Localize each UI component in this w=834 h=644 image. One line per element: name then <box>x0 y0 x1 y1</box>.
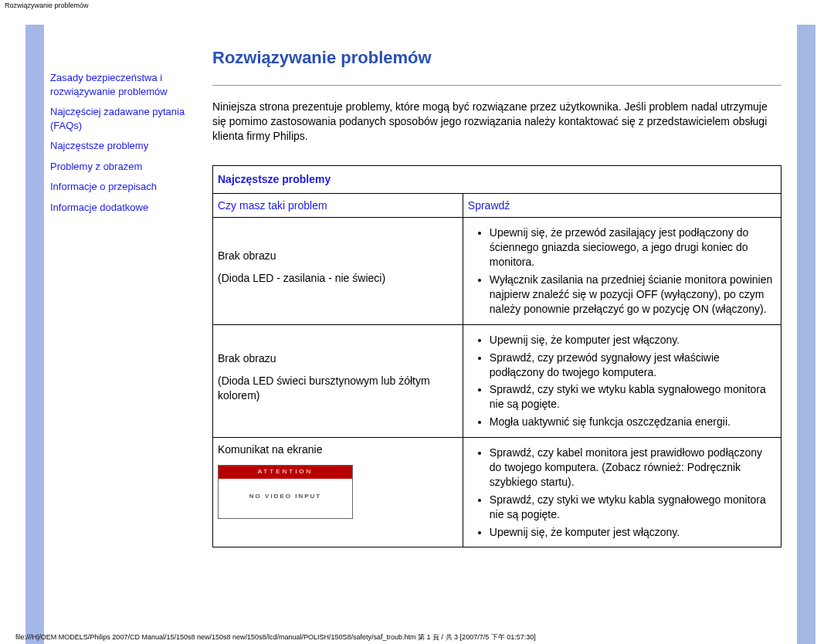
check-item: Sprawdź, czy przewód sygnałowy jest właś… <box>490 351 776 380</box>
check-item: Upewnij się, że komputer jest włączony. <box>490 333 776 347</box>
content-area: Zasady bezpieczeństwa i rozwiązywanie pr… <box>44 25 797 547</box>
check-item: Sprawdź, czy styki we wtyku kabla sygnał… <box>490 493 776 522</box>
check-item: Sprawdź, czy styki we wtyku kabla sygnał… <box>490 382 776 412</box>
table-section-row: Najczęstsze problemy <box>213 165 781 193</box>
check-item: Sprawdź, czy kabel monitora jest prawidł… <box>490 446 776 490</box>
page-title: Rozwiązywanie problemów <box>212 48 781 68</box>
problem-line: Brak obrazu <box>218 351 458 366</box>
check-cell: Sprawdź, czy kabel monitora jest prawidł… <box>463 438 781 547</box>
table-section-heading: Najczęstsze problemy <box>213 165 781 193</box>
attention-header: ATTENTION <box>219 466 352 479</box>
check-cell: Upewnij się, że komputer jest włączony. … <box>463 324 781 437</box>
table-col-check: Sprawdź <box>463 193 781 218</box>
footer-file-path: file:///H|/OEM MODELS/Philips 2007/CD Ma… <box>15 632 536 642</box>
attention-body: NO VIDEO INPUT <box>219 479 352 518</box>
check-cell: Upewnij się, że przewód zasilający jest … <box>463 218 781 324</box>
problem-no-image-led-amber: Brak obrazu (Dioda LED świeci bursztynow… <box>213 324 463 437</box>
left-accent-bar <box>25 25 44 644</box>
table-header-row: Czy masz taki problem Sprawdź <box>213 193 781 218</box>
table-col-problem: Czy masz taki problem <box>213 193 463 218</box>
sidebar-item-additional-info[interactable]: Informacje dodatkowe <box>50 201 198 215</box>
sidebar-item-common-problems[interactable]: Najczęstsze problemy <box>50 139 198 153</box>
problem-line: Komunikat na ekranie <box>218 442 458 457</box>
check-list: Upewnij się, że przewód zasilający jest … <box>490 225 776 316</box>
intro-paragraph: Niniejsza strona prezentuje problemy, kt… <box>212 100 781 144</box>
problem-line: (Dioda LED - zasilania - nie świeci) <box>218 271 458 286</box>
problem-line: (Dioda LED świeci bursztynowym lub żółty… <box>218 374 458 403</box>
sidebar-item-faqs[interactable]: Najczęściej zadawane pytania (FAQs) <box>50 105 198 132</box>
table-row: Komunikat na ekranie ATTENTION NO VIDEO … <box>213 438 781 547</box>
title-separator <box>212 85 781 86</box>
problem-line: Brak obrazu <box>218 249 458 263</box>
check-item: Upewnij się, że komputer jest włączony. <box>490 525 776 540</box>
attention-message-box: ATTENTION NO VIDEO INPUT <box>218 465 353 519</box>
main-content: Rozwiązywanie problemów Niniejsza strona… <box>212 25 797 547</box>
sidebar-item-image-problems[interactable]: Problemy z obrazem <box>50 160 198 174</box>
sidebar-item-regulations[interactable]: Informacje o przepisach <box>50 180 198 194</box>
right-accent-bar <box>797 25 815 644</box>
check-item: Wyłącznik zasilania na przedniej ścianie… <box>490 273 776 317</box>
check-list: Sprawdź, czy kabel monitora jest prawidł… <box>490 446 776 539</box>
check-item: Mogła uaktywnić się funkcja oszczędzania… <box>490 415 776 429</box>
page-path: Rozwiązywanie problemów <box>0 0 834 11</box>
table-row: Brak obrazu (Dioda LED - zasilania - nie… <box>213 218 781 324</box>
problem-screen-message: Komunikat na ekranie ATTENTION NO VIDEO … <box>213 438 463 547</box>
table-row: Brak obrazu (Dioda LED świeci bursztynow… <box>213 324 781 437</box>
problem-no-image-led-off: Brak obrazu (Dioda LED - zasilania - nie… <box>213 218 463 324</box>
check-list: Upewnij się, że komputer jest włączony. … <box>490 333 776 429</box>
sidebar-item-safety[interactable]: Zasady bezpieczeństwa i rozwiązywanie pr… <box>50 71 198 98</box>
sidebar-nav: Zasady bezpieczeństwa i rozwiązywanie pr… <box>44 25 206 221</box>
troubleshooting-table: Najczęstsze problemy Czy masz taki probl… <box>212 165 781 548</box>
check-item: Upewnij się, że przewód zasilający jest … <box>490 225 776 269</box>
